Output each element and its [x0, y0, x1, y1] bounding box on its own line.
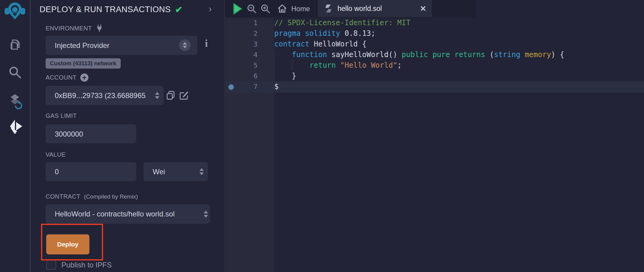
environment-select-value: Injected Provider: [55, 41, 188, 50]
gutter-line-numbers: 1234567: [225, 18, 258, 92]
verified-check-icon: ✔: [175, 5, 183, 15]
value-unit-caret-icon: [199, 162, 204, 181]
tab-home[interactable]: Home: [274, 0, 313, 18]
account-label-text: ACCOUNT: [46, 74, 77, 81]
environment-label-text: ENVIRONMENT: [46, 25, 92, 32]
solidity-compiler-icon[interactable]: [0, 93, 30, 110]
editor-pane: Home hello world.sol ✕ 1234567 // SPDX-L…: [225, 0, 644, 272]
code-line-4[interactable]: function sayHelloWorld() public pure ret…: [274, 49, 644, 60]
line-number[interactable]: 6: [225, 71, 258, 81]
tab-close-icon[interactable]: ✕: [420, 4, 426, 13]
indent-guide: [292, 60, 292, 71]
environment-label: ENVIRONMENT: [46, 24, 103, 32]
search-icon[interactable]: [0, 65, 30, 80]
code-line-6[interactable]: }: [274, 71, 644, 81]
zoom-out-icon[interactable]: [247, 4, 257, 15]
gas-limit-input[interactable]: [46, 124, 136, 143]
publish-ipfs-checkbox[interactable]: [46, 260, 56, 270]
code-line-7[interactable]: $: [274, 81, 644, 92]
account-select[interactable]: 0xBB9...29733 (23.6688965: [46, 86, 164, 105]
gas-limit-label: GAS LIMIT: [46, 112, 77, 119]
contract-label: CONTRACT (Compiled by Remix): [46, 193, 138, 200]
value-unit-value: Wei: [153, 168, 196, 176]
home-icon: [277, 4, 287, 14]
account-caret-icon: [155, 86, 159, 105]
contract-caret-icon: [204, 204, 208, 224]
remix-ide-app: { "colors": { "accent_orange": "#c5763b"…: [0, 0, 644, 272]
line-number[interactable]: 5: [225, 60, 258, 71]
tab-file-label: hello world.sol: [338, 5, 382, 13]
zoom-in-icon[interactable]: [260, 4, 271, 15]
file-explorer-icon[interactable]: [0, 38, 30, 53]
add-account-icon[interactable]: +: [80, 73, 88, 82]
code-lines: // SPDX-License-Identifier: MITpragma so…: [274, 18, 644, 92]
run-script-play-button[interactable]: [233, 3, 242, 16]
environment-caret-icon: [179, 39, 191, 51]
code-line-3[interactable]: contract HelloWorld {: [274, 39, 644, 49]
line-number[interactable]: 7: [225, 81, 258, 92]
page-title: DEPLOY & RUN TRANSACTIONS✔: [40, 4, 183, 15]
contract-select-value: HelloWorld - contracts/hello world.sol: [55, 210, 201, 218]
account-label: ACCOUNT +: [46, 73, 88, 82]
tab-file-active[interactable]: hello world.sol ✕: [317, 0, 432, 17]
contract-select[interactable]: HelloWorld - contracts/hello world.sol: [46, 204, 210, 224]
line-number[interactable]: 1: [225, 18, 258, 28]
value-input[interactable]: [46, 162, 136, 181]
deploy-run-panel: DEPLOY & RUN TRANSACTIONS✔ › ENVIRONMENT…: [32, 0, 225, 272]
value-label: VALUE: [46, 151, 66, 158]
indent-guide: [274, 49, 275, 81]
plug-icon: [95, 24, 103, 32]
edit-account-icon[interactable]: [179, 90, 189, 102]
remix-logo[interactable]: [0, 2, 30, 20]
account-select-value: 0xBB9...29733 (23.6688965: [55, 91, 151, 100]
code-line-1[interactable]: // SPDX-License-Identifier: MIT: [274, 18, 644, 28]
value-unit-select[interactable]: Wei: [144, 162, 208, 181]
line-number[interactable]: 2: [225, 28, 258, 39]
code-line-2[interactable]: pragma solidity 0.8.13;: [274, 28, 644, 39]
gas-limit-label-text: GAS LIMIT: [46, 112, 77, 119]
network-badge: Custom (43113) network: [46, 58, 121, 69]
contract-label-text: CONTRACT: [46, 193, 80, 200]
environment-info-icon[interactable]: i: [205, 38, 208, 49]
deploy-and-run-icon[interactable]: [0, 119, 30, 135]
line-number[interactable]: 4: [225, 49, 258, 60]
value-label-text: VALUE: [46, 151, 66, 158]
copy-account-icon[interactable]: [165, 90, 176, 102]
publish-ipfs-label: Publish to IPFS: [61, 261, 112, 269]
icon-sidebar: [0, 0, 31, 272]
solidity-file-icon: [324, 4, 333, 13]
page-title-text: DEPLOY & RUN TRANSACTIONS: [40, 5, 171, 14]
deploy-button[interactable]: Deploy: [46, 234, 89, 254]
environment-select[interactable]: Injected Provider: [46, 36, 197, 55]
contract-sublabel-text: (Compiled by Remix): [84, 193, 138, 200]
panel-collapse-chevron-icon[interactable]: ›: [209, 3, 212, 14]
code-line-5[interactable]: return "Hello World";: [274, 60, 644, 71]
line-number[interactable]: 3: [225, 39, 258, 49]
tab-home-label: Home: [291, 5, 310, 13]
